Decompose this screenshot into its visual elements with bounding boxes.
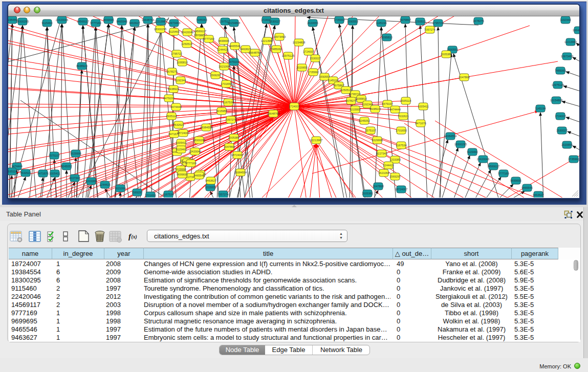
svg-text:7357274: 7357274 xyxy=(424,28,435,31)
svg-text:1530027: 1530027 xyxy=(556,129,567,132)
svg-text:18300295: 18300295 xyxy=(454,143,467,146)
svg-text:1250513: 1250513 xyxy=(415,20,425,23)
svg-text:7357274: 7357274 xyxy=(225,118,236,121)
svg-text:9474444: 9474444 xyxy=(11,165,22,168)
svg-text:2005380: 2005380 xyxy=(441,53,451,56)
svg-text:18724007: 18724007 xyxy=(395,188,407,191)
svg-text:1590553: 1590553 xyxy=(319,75,330,78)
svg-text:22420046: 22420046 xyxy=(189,150,201,153)
svg-text:8938923: 8938923 xyxy=(168,87,179,91)
svg-text:18724007: 18724007 xyxy=(231,154,244,157)
svg-text:1735992: 1735992 xyxy=(568,158,579,161)
svg-text:2047868: 2047868 xyxy=(373,185,383,188)
svg-text:10154808: 10154808 xyxy=(293,41,305,44)
svg-text:1244415: 1244415 xyxy=(217,48,228,51)
svg-text:1569297: 1569297 xyxy=(210,74,221,77)
svg-text:1530027: 1530027 xyxy=(269,20,280,23)
svg-text:18724007: 18724007 xyxy=(177,132,189,135)
svg-text:1167534: 1167534 xyxy=(163,193,173,196)
svg-text:16648764: 16648764 xyxy=(249,51,261,54)
svg-text:1167534: 1167534 xyxy=(223,101,233,104)
svg-text:7357274: 7357274 xyxy=(217,193,228,196)
svg-text:1735992: 1735992 xyxy=(334,18,344,21)
svg-text:9227343: 9227343 xyxy=(69,177,80,180)
svg-text:1795722: 1795722 xyxy=(171,52,182,55)
svg-text:9975867: 9975867 xyxy=(400,18,410,21)
svg-text:1569297: 1569297 xyxy=(389,175,400,178)
svg-text:1575107: 1575107 xyxy=(365,129,376,132)
svg-text:2047868: 2047868 xyxy=(459,76,469,79)
svg-text:3215955: 3215955 xyxy=(216,110,227,113)
svg-text:7632621: 7632621 xyxy=(173,123,184,126)
svg-text:1203383: 1203383 xyxy=(389,158,400,161)
svg-text:10973493: 10973493 xyxy=(561,55,573,58)
svg-text:9463627: 9463627 xyxy=(205,179,216,182)
svg-text:1569297: 1569297 xyxy=(132,191,142,194)
svg-text:1575107: 1575107 xyxy=(49,154,59,157)
svg-text:8471676: 8471676 xyxy=(415,122,426,125)
svg-text:9474444: 9474444 xyxy=(170,105,181,108)
svg-text:8938923: 8938923 xyxy=(76,64,87,68)
svg-text:1244415: 1244415 xyxy=(383,164,394,167)
svg-text:9115460: 9115460 xyxy=(467,150,477,154)
svg-text:1192344: 1192344 xyxy=(560,18,571,21)
svg-text:10154808: 10154808 xyxy=(550,99,562,102)
svg-text:9465546: 9465546 xyxy=(193,174,204,177)
svg-text:1724007: 1724007 xyxy=(303,50,314,53)
svg-text:9777169: 9777169 xyxy=(185,162,196,165)
svg-text:10154808: 10154808 xyxy=(228,21,240,25)
svg-text:9465546: 9465546 xyxy=(521,186,532,189)
svg-text:1678275: 1678275 xyxy=(473,19,484,23)
svg-text:1530027: 1530027 xyxy=(310,57,320,60)
svg-text:1735992: 1735992 xyxy=(308,71,318,74)
svg-text:9699695: 9699695 xyxy=(177,173,187,176)
svg-text:8471676: 8471676 xyxy=(37,172,48,175)
svg-text:2020655: 2020655 xyxy=(561,143,572,146)
svg-text:1621064: 1621064 xyxy=(115,187,125,190)
svg-text:9463627: 9463627 xyxy=(240,48,251,51)
svg-text:6479197: 6479197 xyxy=(228,60,239,63)
svg-text:9115460: 9115460 xyxy=(41,21,52,25)
svg-text:12975125: 12975125 xyxy=(282,54,294,57)
svg-text:2047868: 2047868 xyxy=(224,145,234,148)
svg-text:9115460: 9115460 xyxy=(176,148,186,151)
svg-text:1724007: 1724007 xyxy=(289,105,299,108)
svg-text:9474444: 9474444 xyxy=(389,108,400,111)
svg-text:9227343: 9227343 xyxy=(376,152,387,155)
svg-text:6479197: 6479197 xyxy=(382,102,393,105)
svg-text:10973493: 10973493 xyxy=(168,21,180,25)
svg-text:1005411: 1005411 xyxy=(176,141,186,144)
svg-text:9777169: 9777169 xyxy=(203,37,214,40)
svg-text:7632621: 7632621 xyxy=(20,171,31,174)
svg-text:2005380: 2005380 xyxy=(228,136,239,139)
svg-text:10973493: 10973493 xyxy=(273,35,286,38)
svg-text:7485063: 7485063 xyxy=(271,48,281,51)
svg-text:9245052: 9245052 xyxy=(359,119,369,122)
svg-text:1621064: 1621064 xyxy=(378,171,389,174)
svg-text:9699695: 9699695 xyxy=(103,18,114,21)
svg-text:6479197: 6479197 xyxy=(163,97,174,100)
svg-text:9115460: 9115460 xyxy=(168,30,179,33)
svg-text:9329996: 9329996 xyxy=(70,152,81,155)
svg-text:8938923: 8938923 xyxy=(369,107,380,111)
svg-text:1590553: 1590553 xyxy=(347,20,358,23)
svg-text:2020655: 2020655 xyxy=(296,66,307,69)
svg-text:2935114: 2935114 xyxy=(8,170,17,173)
svg-text:14569117: 14569117 xyxy=(77,20,89,23)
svg-text:3215955: 3215955 xyxy=(350,108,360,111)
svg-text:1678275: 1678275 xyxy=(345,99,356,102)
svg-text:9699695: 9699695 xyxy=(218,39,229,42)
svg-text:14569117: 14569117 xyxy=(194,30,206,33)
svg-text:1244415: 1244415 xyxy=(99,183,110,186)
svg-text:1145194: 1145194 xyxy=(328,79,338,82)
svg-text:18300295: 18300295 xyxy=(193,139,205,142)
svg-text:1701650: 1701650 xyxy=(145,194,156,197)
svg-text:12213967: 12213967 xyxy=(310,139,322,142)
svg-text:22420046: 22420046 xyxy=(477,158,489,161)
svg-text:2005380: 2005380 xyxy=(362,192,373,195)
svg-text:1678275: 1678275 xyxy=(166,70,177,73)
svg-text:1250513: 1250513 xyxy=(181,42,192,46)
svg-text:22420046: 22420046 xyxy=(181,31,193,34)
svg-text:9329996: 9329996 xyxy=(372,139,382,142)
svg-text:(x): (x) xyxy=(132,234,137,240)
